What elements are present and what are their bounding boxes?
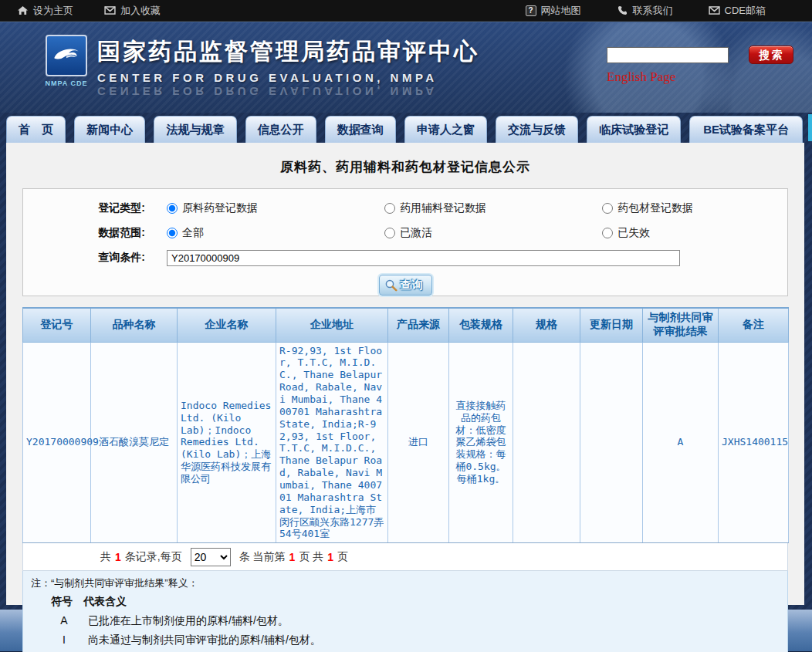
cell-remark: JXHS1400115 [719,342,789,543]
logo-caption: NMPA CDE [43,79,90,87]
site-title-en-reflection: CENTER FOR DRUG EVALUATION, NMPA [97,85,479,98]
cell-company-name: Indoco Remedies Ltd. (Kilo Lab)；Indoco R… [178,342,276,543]
radio-raw-material[interactable]: 原料药登记数据 [167,201,384,215]
cde-logo: NMPA CDE [43,35,90,87]
logo-swoosh [50,39,83,72]
set-home-label: 设为主页 [33,4,73,18]
cell-product-source: 进口 [388,342,449,543]
nav-accent-strip [808,114,812,141]
col-company-name: 企业名称 [178,308,276,342]
cell-update-date [580,342,643,543]
radio-packaging[interactable]: 药包材登记数据 [602,201,693,215]
radio-activated[interactable]: 已激活 [384,226,602,240]
cde-logo-mark [46,35,87,76]
main-content: 原料药、药用辅料和药包材登记信息公示 登记类型: 原料药登记数据 药用辅料登记数… [6,143,804,605]
tab-regulations[interactable]: 法规与规章 [154,116,236,143]
cell-joint-review-result: A [643,342,719,543]
page-size-select[interactable]: 20 [191,548,231,566]
set-home-link[interactable]: 设为主页 [17,4,73,18]
tab-info-disclosure[interactable]: 信息公开 [245,116,316,143]
site-title-en: CENTER FOR DRUG EVALUATION, NMPA [97,71,479,84]
site-title-cn: 国家药品监督管理局药品审评中心 [97,36,479,68]
radio-packaging-input[interactable] [602,203,613,214]
cde-mail-link[interactable]: CDE邮箱 [709,4,766,18]
page-title: 原料药、药用辅料和药包材登记信息公示 [6,143,804,176]
col-spec: 规格 [513,308,580,342]
tab-data-query[interactable]: 数据查询 [325,116,396,143]
radio-invalid-input[interactable] [602,228,613,238]
radio-all-input[interactable] [167,228,178,238]
query-form: 登记类型: 原料药登记数据 药用辅料登记数据 药包材登记数据 数据范围: [22,188,788,296]
table-row: Y20170000909 酒石酸溴莫尼定 Indoco Remedies Ltd… [23,342,789,543]
add-favorite-label: 加入收藏 [120,4,161,18]
radio-invalid[interactable]: 已失效 [602,226,650,240]
col-remark: 备注 [719,308,789,342]
english-page-link[interactable]: English Page [607,69,675,85]
site-search-button[interactable]: 搜索 [749,46,793,64]
radio-excipient-input[interactable] [384,203,395,214]
tab-clinical-trial[interactable]: 临床试验登记 [587,116,681,143]
utility-bar: 设为主页 加入收藏 ? 网站地图 联系我们 CDE邮箱 [0,0,812,22]
main-nav: 首 页 新闻中心 法规与规章 信息公开 数据查询 申请人之窗 交流与反馈 临床试… [0,113,812,143]
current-page: 1 [289,551,296,563]
phone-icon [617,5,628,15]
cell-product-name: 酒石酸溴莫尼定 [91,342,178,543]
radio-activated-input[interactable] [384,228,395,238]
envelope-icon [104,5,116,15]
radio-raw-material-input[interactable] [167,203,178,214]
site-search-input[interactable] [607,47,729,63]
query-submit-button[interactable]: 查询 [379,275,432,296]
sitemap-label: 网站地图 [541,4,581,18]
query-condition-input[interactable] [167,250,680,266]
tab-feedback[interactable]: 交流与反馈 [496,116,578,143]
note-item-a: A 已批准在上市制剂使用的原料/辅料/包材。 [51,614,780,628]
note-item-i: I 尚未通过与制剂共同审评审批的原料/辅料/包材。 [51,633,780,647]
legend-notes: 注：“与制剂共同审评审批结果”释义： 符号 代表含义 A 已批准在上市制剂使用的… [22,571,788,652]
table-header-row: 登记号 品种名称 企业名称 企业地址 产品来源 包装规格 规格 更新日期 与制剂… [23,308,789,342]
col-product-name: 品种名称 [91,308,178,342]
radio-excipient[interactable]: 药用辅料登记数据 [384,201,602,215]
data-range-label: 数据范围: [23,226,145,240]
add-favorite-link[interactable]: 加入收藏 [104,4,161,18]
tab-home[interactable]: 首 页 [6,116,66,143]
pagination-bar: 共 1 条记录,每页 20 条 当前第 1 页 共 1 页 [22,543,788,571]
meaning-header: 代表含义 [83,595,127,609]
cell-spec [513,342,580,543]
sitemap-link[interactable]: ? 网站地图 [526,4,581,18]
query-condition-label: 查询条件: [23,251,145,265]
reg-type-label: 登记类型: [23,201,145,215]
tab-be-platform[interactable]: BE试验备案平台 [689,116,803,143]
radio-all[interactable]: 全部 [167,226,384,240]
total-records: 1 [115,551,121,563]
col-reg-number: 登记号 [23,308,91,342]
col-joint-review-result: 与制剂共同审评审批结果 [643,308,719,342]
col-update-date: 更新日期 [580,308,643,342]
contact-link[interactable]: 联系我们 [617,4,673,18]
notes-title: 注：“与制剂共同审评审批结果”释义： [31,576,780,590]
contact-label: 联系我们 [633,4,673,18]
cell-reg-number: Y20170000909 [23,342,91,543]
col-company-address: 企业地址 [276,308,388,342]
home-icon [17,5,29,15]
tab-applicant-window[interactable]: 申请人之窗 [404,116,487,143]
symbol-header: 符号 [51,595,73,609]
site-header: NMPA CDE 国家药品监督管理局药品审评中心 CENTER FOR DRUG… [0,22,812,113]
cell-packaging-spec: 直接接触药品的药包材：低密度聚乙烯袋包装规格：每桶0.5kg。每桶1kg。 [449,342,513,543]
total-pages: 1 [327,551,333,563]
col-packaging-spec: 包装规格 [449,308,513,342]
cde-mail-label: CDE邮箱 [725,4,766,18]
mail-icon [709,5,720,15]
col-product-source: 产品来源 [388,308,449,342]
tab-news[interactable]: 新闻中心 [74,116,145,143]
cell-company-address: R-92,93, 1st Floor, T.T.C, M.I.D.C., Tha… [276,342,388,543]
question-icon: ? [526,5,536,16]
magnifier-icon [384,279,398,292]
results-table: 登记号 品种名称 企业名称 企业地址 产品来源 包装规格 规格 更新日期 与制剂… [22,307,789,543]
